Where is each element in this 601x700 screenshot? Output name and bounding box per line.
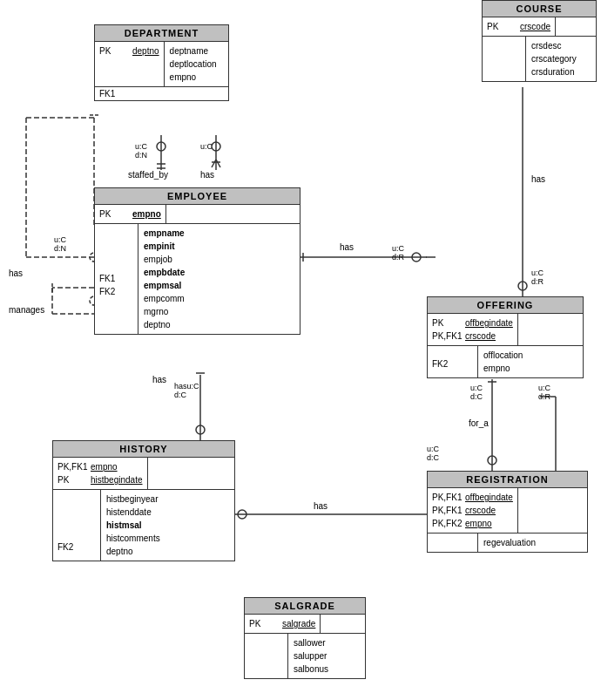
uc-dr-course: u:Cd:R xyxy=(531,268,544,286)
history-entity: HISTORY PK,FK1empno PKhistbegindate FK2 … xyxy=(52,440,235,561)
emp-attr-0: empname xyxy=(144,227,185,240)
salgrade-entity: SALGRADE PKsalgrade sallower salupper sa… xyxy=(244,597,366,679)
svg-point-21 xyxy=(412,253,421,262)
svg-point-29 xyxy=(238,510,246,519)
uc-off-reg: u:Cd:C xyxy=(470,384,483,401)
emp-attr-3: empbdate xyxy=(144,266,185,279)
svg-point-28 xyxy=(196,425,205,434)
hist-pk2-val: histbegindate xyxy=(91,473,143,486)
sal-attr-0: sallower xyxy=(294,636,328,649)
for-a-label: for_a xyxy=(469,418,489,428)
department-entity: DEPARTMENT PK deptno deptname deptlocati… xyxy=(94,24,229,101)
uc-dept-label: u:C xyxy=(200,142,213,151)
history-title: HISTORY xyxy=(53,441,234,458)
department-title: DEPARTMENT xyxy=(95,25,228,42)
off-attr-1: empno xyxy=(483,362,523,375)
hist-attr-4: deptno xyxy=(106,545,160,558)
emp-attr-1: empinit xyxy=(144,240,185,253)
course-pk-val: crscode xyxy=(520,20,550,33)
dept-attr-2: empno xyxy=(170,71,217,84)
course-entity: COURSE PK crscode crsdesc crscategory cr… xyxy=(482,0,597,82)
uc-dr-reg: u:Cd:R xyxy=(538,384,550,401)
svg-point-24 xyxy=(518,282,527,290)
svg-line-19 xyxy=(212,160,216,167)
emp-attr-7: deptno xyxy=(144,318,185,331)
has-course-off-label: has xyxy=(531,174,545,184)
hist-pk1-val: empno xyxy=(91,460,118,473)
offering-title: OFFERING xyxy=(428,297,583,314)
dept-attr-0: deptname xyxy=(170,44,217,58)
uc-emp-off: u:Cd:R xyxy=(392,244,404,262)
hasu-hasd: hasu:Cd:C xyxy=(174,382,199,399)
employee-entity: EMPLOYEE PK empno FK1 FK2 empname empini… xyxy=(94,187,300,335)
hist-attr-0: histbeginyear xyxy=(106,493,160,506)
course-attr-1: crscategory xyxy=(531,52,577,65)
sal-attr-1: salupper xyxy=(294,649,328,663)
off-attr-0: offlocation xyxy=(483,349,523,362)
emp-attr-4: empmsal xyxy=(144,279,185,292)
has-dept-emp-label: has xyxy=(200,170,214,180)
course-title: COURSE xyxy=(483,1,596,17)
uc-dn-left: u:Cd:N xyxy=(54,235,66,253)
off-pk2-val: crscode xyxy=(465,330,496,343)
hist-attr-1: histenddate xyxy=(106,506,160,519)
has-emp-off-label: has xyxy=(340,242,354,252)
dept-attr-1: deptlocation xyxy=(170,58,217,71)
has-left-label: has xyxy=(9,268,23,278)
hist-attr-3: histcomments xyxy=(106,532,160,545)
dept-pk-val: deptno xyxy=(132,44,159,58)
registration-entity: REGISTRATION PK,FK1offbegindate PK,FK1cr… xyxy=(427,471,588,553)
svg-line-20 xyxy=(216,160,220,167)
registration-title: REGISTRATION xyxy=(428,472,587,488)
dept-fk1-label: FK1 xyxy=(99,89,132,99)
manages-label: manages xyxy=(9,305,44,315)
employee-title: EMPLOYEE xyxy=(95,188,300,205)
sal-attr-2: salbonus xyxy=(294,663,328,676)
salgrade-title: SALGRADE xyxy=(245,598,365,615)
svg-point-26 xyxy=(488,456,496,465)
emp-attr-6: mgrno xyxy=(144,305,185,318)
emp-attr-5: empcomm xyxy=(144,292,185,305)
hist-attr-2: histmsal xyxy=(106,519,160,532)
uc-dc-reg2: u:Cd:C xyxy=(427,445,439,462)
staffed-by-label: staffed_by xyxy=(128,170,168,180)
has-emp-hist-label: has xyxy=(152,375,166,384)
svg-point-14 xyxy=(157,142,165,151)
offering-entity: OFFERING PKoffbegindate PK,FK1crscode FK… xyxy=(427,296,584,378)
svg-point-17 xyxy=(212,142,220,151)
emp-pk-val: empno xyxy=(132,207,161,221)
reg-attr-0: regevaluation xyxy=(483,536,536,549)
course-attr-0: crsdesc xyxy=(531,39,577,52)
course-attr-2: crsduration xyxy=(531,65,577,78)
emp-attr-2: empjob xyxy=(144,253,185,266)
dept-pk-label: PK xyxy=(99,44,132,58)
course-pk-label: PK xyxy=(487,20,520,33)
has-hist-reg-label: has xyxy=(314,501,328,511)
emp-pk-label: PK xyxy=(99,207,132,221)
uc-dn-dept-label: u:Cd:N xyxy=(135,142,147,160)
off-pk1-val: offbegindate xyxy=(465,316,513,330)
